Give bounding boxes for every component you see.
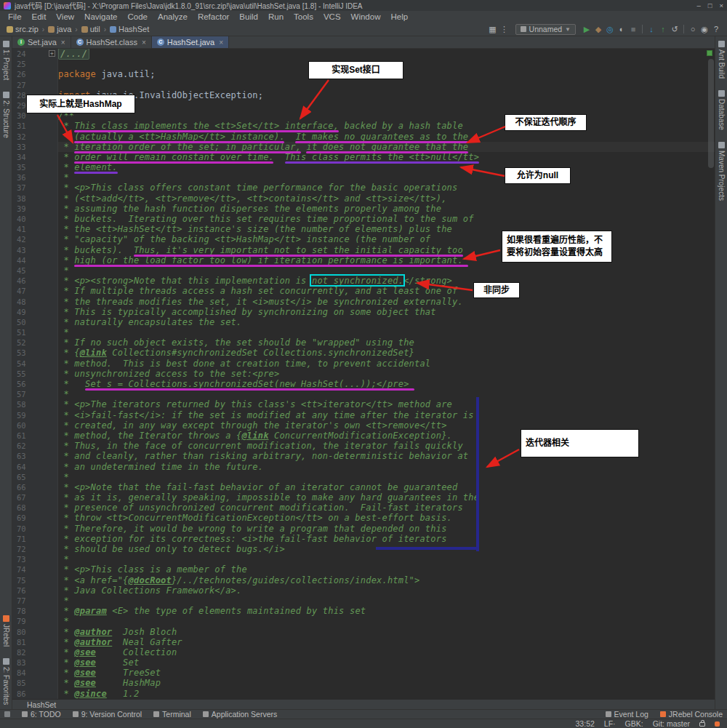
profiler-icon[interactable]: ◐ (616, 24, 627, 35)
run-config-combo[interactable]: Unnamed ▼ (515, 24, 576, 35)
code-line[interactable]: * This class implements the <tt>Set</tt>… (58, 121, 715, 131)
stripe-item-database[interactable]: Database (718, 90, 726, 130)
code-line[interactable]: package java.util; (58, 69, 715, 79)
code-line[interactable]: * and cleanly, rather than risking arbit… (58, 451, 715, 461)
toolwindow-button-6-todo[interactable]: 6: TODO (22, 710, 61, 719)
breadcrumb-hashset[interactable]: HashSet (108, 25, 150, 33)
status-item[interactable]: GBK: (625, 719, 643, 728)
menu-item-refactor[interactable]: Refactor (193, 12, 234, 21)
stripe-item-jrebel[interactable]: JRebel (2, 615, 10, 647)
code-line[interactable]: * <p><strong>Note that this implementati… (58, 276, 715, 286)
code-line[interactable]: * <p>This class offers constant time per… (58, 183, 715, 193)
close-button[interactable]: × (719, 1, 723, 9)
code-line[interactable]: * method, the Iterator throws a {@link C… (58, 431, 715, 441)
code-line[interactable]: * @see Collection (58, 647, 715, 657)
code-line[interactable]: * iteration order of the set; in particu… (58, 142, 715, 152)
code-line[interactable]: * (58, 172, 715, 183)
code-line[interactable]: * <p>The iterators returned by this clas… (58, 399, 715, 409)
menu-item-window[interactable]: Window (346, 12, 386, 21)
minimize-button[interactable]: – (696, 1, 700, 9)
run-icon[interactable]: ▶ (581, 24, 593, 35)
toolwindow-button-event-log[interactable]: Event Log (606, 710, 648, 719)
code-line[interactable]: * buckets). Thus, it's very important no… (58, 245, 715, 255)
code-line[interactable]: * @since 1.2 (58, 689, 715, 699)
code-line[interactable]: * <p>This class is a member of the (58, 564, 715, 575)
code-line[interactable]: * @author Neal Gafter (58, 637, 715, 647)
run-coverage-icon[interactable]: ◎ (604, 24, 616, 35)
code-line[interactable]: /.../ (58, 49, 715, 59)
stripe-item-2-structure[interactable]: 2: Structure (2, 92, 10, 138)
code-line[interactable]: * the threads modifies the set, it <i>mu… (58, 297, 715, 307)
status-item[interactable]: 33:52 (576, 719, 595, 728)
close-tab-icon[interactable]: × (219, 39, 223, 47)
code-line[interactable]: * (58, 327, 715, 337)
code-line[interactable]: * (58, 616, 715, 626)
menu-item-view[interactable]: View (51, 12, 79, 21)
jrebel-status-icon[interactable] (715, 721, 720, 727)
toolwindow-button-9-version-control[interactable]: 9: Version Control (73, 710, 142, 719)
tab-hashset-class[interactable]: CHashSet.class× (71, 36, 152, 48)
code-line[interactable] (58, 80, 715, 90)
tab-set-java[interactable]: ISet.java× (12, 36, 71, 48)
code-line[interactable]: * an undetermined time in the future. (58, 462, 715, 472)
menu-item-vcs[interactable]: VCS (318, 12, 346, 21)
breadcrumb-item[interactable]: HashSet (27, 700, 56, 709)
code-line[interactable]: * order will remain constant over time. … (58, 152, 715, 162)
code-line[interactable]: * If multiple threads access a hash set … (58, 286, 715, 296)
code-line[interactable]: * (58, 265, 715, 276)
code-line[interactable]: * @author Josh Bloch (58, 627, 715, 637)
code-line[interactable]: * as it is, generally speaking, impossib… (58, 492, 715, 503)
code-line[interactable]: * method. This is best done at creation … (58, 359, 715, 369)
vcs-commit-icon[interactable]: ↑ (657, 24, 669, 35)
code-line[interactable]: * the <tt>HashSet</tt> instance's size (… (58, 224, 715, 234)
code-line[interactable]: * <a href="{@docRoot}/../technotes/guide… (58, 575, 715, 585)
code-line[interactable]: * (actually a <tt>HashMap</tt> instance)… (58, 132, 715, 142)
code-line[interactable]: /** (58, 111, 715, 121)
code-line[interactable]: * presence of unsynchronized concurrent … (58, 503, 715, 513)
menu-item-tools[interactable]: Tools (289, 12, 318, 21)
status-item[interactable]: Git: master (653, 719, 690, 728)
code-line[interactable]: * {@link Collections#synchronizedSet Col… (58, 348, 715, 358)
code-line[interactable]: * @param <E> the type of elements mainta… (58, 606, 715, 616)
code-line[interactable] (58, 100, 715, 111)
menu-item-build[interactable]: Build (234, 12, 263, 21)
code-line[interactable]: * <i>fail-fast</i>: if the set is modifi… (58, 410, 715, 420)
code-line[interactable]: * buckets. Iterating over this set requi… (58, 214, 715, 224)
status-item[interactable]: LF· (604, 719, 616, 728)
help-icon[interactable]: ? (710, 24, 722, 35)
code-line[interactable]: * should be used only to detect bugs.</i… (58, 544, 715, 554)
vcs-rollback-icon[interactable]: ↺ (669, 24, 680, 35)
code-line[interactable] (58, 59, 715, 69)
toolbar-overflow-icon[interactable]: ⋮ (499, 24, 510, 35)
toolwindow-button-terminal[interactable]: Terminal (153, 710, 191, 719)
vcs-update-icon[interactable]: ↓ (646, 24, 657, 35)
debug-icon[interactable]: ◆ (593, 24, 604, 35)
toolwindow-button-jrebel-console[interactable]: JRebel Console (660, 710, 723, 719)
toolwindow-switcher-icon[interactable] (4, 711, 10, 717)
menu-item-help[interactable]: Help (385, 12, 413, 21)
editor[interactable]: 24+2526272829303132333435363738394041424… (12, 49, 715, 699)
maximize-button[interactable]: □ (708, 1, 712, 9)
code-line[interactable]: * (58, 596, 715, 606)
tab-hashset-java[interactable]: CHashSet.java× (152, 36, 229, 48)
menu-item-file[interactable]: File (3, 12, 27, 21)
code-line[interactable]: * exception for its correctness: <i>the … (58, 534, 715, 544)
code-line[interactable]: * If no such object exists, the set shou… (58, 337, 715, 348)
code-line[interactable]: * (58, 554, 715, 564)
code-line[interactable]: * throw <tt>ConcurrentModificationExcept… (58, 513, 715, 523)
toolwindow-button-application-servers[interactable]: Application Servers (203, 710, 277, 719)
code-line[interactable]: import java.io.InvalidObjectException; (58, 90, 715, 100)
close-tab-icon[interactable]: × (61, 39, 65, 47)
code-line[interactable]: * Thus, in the face of concurrent modifi… (58, 441, 715, 451)
toolwindow-layout-icon[interactable]: ▦ (487, 24, 499, 35)
editor-scrollbar[interactable] (708, 59, 714, 168)
code-line[interactable]: * @see Set (58, 657, 715, 668)
code-line[interactable]: * (58, 472, 715, 482)
inspection-status-icon[interactable] (707, 50, 712, 56)
code-line[interactable]: * <p>Note that the fail-fast behavior of… (58, 482, 715, 492)
stop-icon[interactable]: ■ (627, 24, 639, 35)
code-line[interactable]: * created, in any way except through the… (58, 420, 715, 431)
settings-icon[interactable]: ◉ (699, 24, 710, 35)
menu-item-code[interactable]: Code (122, 12, 153, 21)
code-line[interactable]: * naturally encapsulates the set. (58, 317, 715, 327)
